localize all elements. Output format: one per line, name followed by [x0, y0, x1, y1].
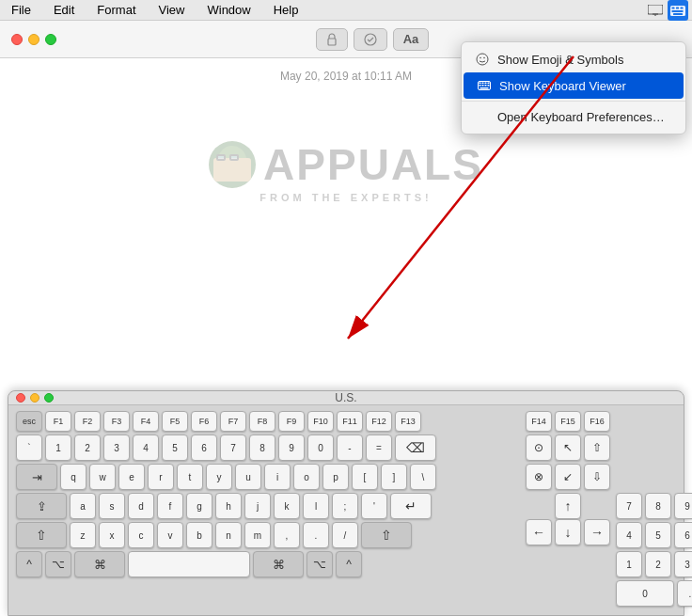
key-f15[interactable]: F15	[555, 411, 581, 432]
key-num8[interactable]: 8	[645, 493, 671, 519]
dropdown-keyboard[interactable]: Show Keyboard Viewer	[464, 72, 684, 99]
key-m[interactable]: m	[244, 522, 271, 548]
key-r[interactable]: r	[148, 464, 174, 490]
key-num2[interactable]: 2	[645, 551, 671, 577]
key-f1[interactable]: F1	[45, 411, 71, 432]
key-9[interactable]: 9	[278, 434, 305, 461]
key-minus[interactable]: -	[337, 434, 363, 461]
key-num3[interactable]: 3	[674, 551, 692, 577]
key-quote[interactable]: '	[361, 493, 387, 519]
key-ralt[interactable]: ⌥	[307, 551, 333, 577]
key-end[interactable]: ↙	[555, 464, 581, 490]
key-0[interactable]: 0	[307, 434, 334, 461]
key-x[interactable]: x	[99, 522, 125, 548]
key-g[interactable]: g	[186, 493, 212, 519]
check-button[interactable]	[354, 28, 387, 51]
key-t[interactable]: t	[177, 464, 203, 490]
key-1[interactable]: 1	[45, 434, 71, 461]
maximize-button[interactable]	[45, 34, 56, 45]
menu-window[interactable]: Window	[203, 1, 254, 19]
key-f3[interactable]: F3	[103, 411, 130, 432]
font-button[interactable]: Aa	[393, 28, 430, 51]
key-power[interactable]: ⊙	[526, 434, 552, 461]
key-slash[interactable]: /	[332, 522, 358, 548]
menu-view[interactable]: View	[155, 1, 189, 19]
key-d[interactable]: d	[128, 493, 154, 519]
key-up[interactable]: ↑	[555, 493, 581, 519]
key-left[interactable]: ←	[526, 519, 552, 545]
key-2[interactable]: 2	[74, 434, 101, 461]
keyboard-icon-active[interactable]	[668, 0, 688, 21]
key-esc[interactable]: esc	[16, 411, 42, 432]
key-e[interactable]: e	[118, 464, 145, 490]
key-f[interactable]: f	[157, 493, 183, 519]
key-lshift[interactable]: ⇧	[16, 522, 67, 548]
dropdown-emoji[interactable]: Show Emoji & Symbols	[462, 46, 685, 72]
key-i[interactable]: i	[264, 464, 291, 490]
key-h[interactable]: h	[215, 493, 242, 519]
key-backslash[interactable]: \	[410, 464, 436, 490]
key-7[interactable]: 7	[220, 434, 246, 461]
key-f12[interactable]: F12	[366, 411, 392, 432]
key-3[interactable]: 3	[103, 434, 130, 461]
key-space[interactable]	[128, 551, 250, 577]
key-y[interactable]: y	[206, 464, 232, 490]
kb-close[interactable]	[16, 393, 25, 403]
close-button[interactable]	[11, 34, 23, 45]
key-num6[interactable]: 6	[674, 522, 692, 548]
key-lbracket[interactable]: [	[352, 464, 378, 490]
key-pgdn[interactable]: ⇩	[584, 464, 610, 490]
key-z[interactable]: z	[70, 522, 96, 548]
key-rctrl[interactable]: ^	[336, 551, 362, 577]
key-f4[interactable]: F4	[133, 411, 159, 432]
key-k[interactable]: k	[274, 493, 300, 519]
key-down[interactable]: ↓	[555, 519, 581, 545]
key-pgup[interactable]: ⇧	[584, 434, 610, 461]
key-ctrl[interactable]: ^	[16, 551, 42, 577]
key-s[interactable]: s	[99, 493, 125, 519]
key-v[interactable]: v	[157, 522, 183, 548]
key-f10[interactable]: F10	[307, 411, 334, 432]
key-f16[interactable]: F16	[584, 411, 610, 432]
key-equals[interactable]: =	[366, 434, 392, 461]
key-del[interactable]: ⊗	[526, 464, 552, 490]
key-comma[interactable]: ,	[274, 522, 300, 548]
key-home[interactable]: ↖	[555, 434, 581, 461]
key-n[interactable]: n	[215, 522, 242, 548]
key-tab[interactable]: ⇥	[16, 464, 57, 490]
key-enter[interactable]: ↵	[390, 493, 432, 519]
key-rshift[interactable]: ⇧	[361, 522, 412, 548]
lock-button[interactable]	[316, 28, 348, 51]
key-4[interactable]: 4	[133, 434, 159, 461]
key-lcmd[interactable]: ⌘	[74, 551, 125, 577]
menu-format[interactable]: Format	[93, 1, 139, 19]
menu-file[interactable]: File	[8, 1, 35, 19]
key-j[interactable]: j	[244, 493, 271, 519]
key-5[interactable]: 5	[162, 434, 188, 461]
menu-help[interactable]: Help	[270, 1, 303, 19]
minimize-button[interactable]	[28, 34, 39, 45]
menu-edit[interactable]: Edit	[50, 1, 78, 19]
key-right[interactable]: →	[584, 519, 610, 545]
key-f11[interactable]: F11	[337, 411, 363, 432]
key-f5[interactable]: F5	[162, 411, 188, 432]
key-p[interactable]: p	[322, 464, 349, 490]
key-q[interactable]: q	[60, 464, 86, 490]
key-rbracket[interactable]: ]	[381, 464, 407, 490]
key-period[interactable]: .	[303, 522, 329, 548]
key-6[interactable]: 6	[191, 434, 217, 461]
key-rcmd[interactable]: ⌘	[253, 551, 304, 577]
kb-minimize[interactable]	[30, 393, 39, 403]
key-l[interactable]: l	[303, 493, 329, 519]
key-semicolon[interactable]: ;	[332, 493, 358, 519]
key-backtick[interactable]: `	[16, 434, 42, 461]
key-w[interactable]: w	[89, 464, 116, 490]
dropdown-preferences[interactable]: Open Keyboard Preferences…	[462, 103, 685, 130]
key-numdot[interactable]: .	[677, 580, 692, 607]
display-icon[interactable]	[645, 0, 666, 21]
key-num7[interactable]: 7	[616, 493, 642, 519]
kb-zoom[interactable]	[44, 393, 54, 403]
key-f13[interactable]: F13	[395, 411, 421, 432]
key-f8[interactable]: F8	[249, 411, 275, 432]
key-b[interactable]: b	[186, 522, 212, 548]
